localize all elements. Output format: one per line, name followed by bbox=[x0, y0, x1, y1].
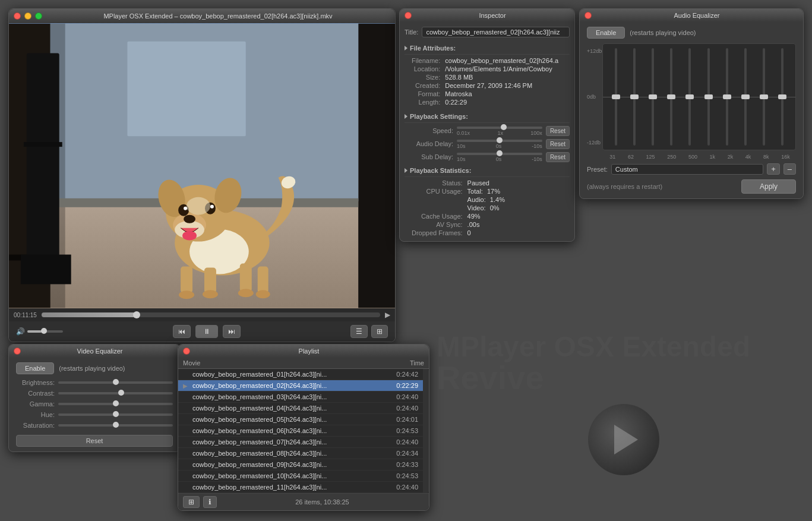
playlist-item[interactable]: cowboy_bebop_remastered_08[h264.ac3][ni.… bbox=[178, 448, 423, 459]
gamma-row: Gamma: bbox=[16, 400, 173, 408]
eq-band-7 bbox=[722, 48, 732, 146]
eq-band-6-thumb[interactable] bbox=[704, 94, 713, 99]
progress-track[interactable] bbox=[42, 312, 380, 317]
gamma-track[interactable] bbox=[58, 403, 173, 405]
eq-band-9-track[interactable] bbox=[763, 48, 765, 146]
preset-input[interactable] bbox=[611, 164, 763, 175]
playlist-title: Playlist bbox=[194, 348, 424, 355]
playlist-item[interactable]: cowboy_bebop_remastered_07[h264.ac3][ni.… bbox=[178, 437, 423, 448]
eq-band-1-track[interactable] bbox=[615, 48, 617, 146]
volume-slider[interactable] bbox=[27, 330, 63, 333]
eq-band-6 bbox=[703, 48, 714, 146]
playlist-item[interactable]: cowboy_bebop_remastered_05[h264.ac3][ni.… bbox=[178, 414, 423, 425]
playlist-item[interactable]: cowboy_bebop_remastered_01[h264.ac3][ni.… bbox=[178, 369, 423, 380]
brightness-track[interactable] bbox=[58, 381, 173, 384]
speed-track[interactable] bbox=[457, 127, 542, 129]
contrast-row: Contrast: bbox=[16, 390, 173, 397]
inspector-panel: Inspector Title: cowboy_bebop_remastered… bbox=[399, 8, 575, 242]
playlist-item-name: cowboy_bebop_remastered_09[h264.ac3][ni.… bbox=[192, 461, 388, 468]
playlist-body: cowboy_bebop_remastered_01[h264.ac3][ni.… bbox=[178, 369, 429, 493]
maximize-button[interactable] bbox=[35, 12, 42, 20]
audio-eq-title: Audio Equalizer bbox=[595, 12, 798, 19]
playlist-item[interactable]: cowboy_bebop_remastered_11[h264.ac3][ni.… bbox=[178, 482, 423, 493]
volume-thumb[interactable] bbox=[41, 328, 47, 334]
preset-add-button[interactable]: + bbox=[767, 163, 780, 175]
eq-band-5-track[interactable] bbox=[688, 48, 691, 146]
eq-band-10-track[interactable] bbox=[781, 48, 783, 146]
hue-track[interactable] bbox=[58, 413, 173, 416]
playlist-item[interactable]: cowboy_bebop_remastered_03[h264.ac3][ni.… bbox=[178, 391, 423, 403]
audio-delay-thumb[interactable] bbox=[497, 137, 503, 143]
sub-delay-reset-button[interactable]: Reset bbox=[546, 152, 570, 162]
playlist-item[interactable]: cowboy_bebop_remastered_04[h264.ac3][ni.… bbox=[178, 403, 423, 414]
eq-band-6-track[interactable] bbox=[707, 48, 710, 146]
apply-button[interactable]: Apply bbox=[741, 179, 796, 194]
section-triangle-icon bbox=[405, 46, 407, 50]
eq-band-7-track[interactable] bbox=[726, 48, 728, 146]
playlist-scrollbar[interactable] bbox=[423, 369, 429, 493]
audio-delay-track[interactable] bbox=[457, 140, 542, 142]
playlist-item-time: 0:24:40 bbox=[388, 484, 418, 491]
eq-band-4-thumb[interactable] bbox=[667, 94, 675, 99]
eq-band-3-thumb[interactable] bbox=[649, 94, 657, 99]
eq-band-8-track[interactable] bbox=[744, 48, 747, 146]
cache-val: 49% bbox=[467, 213, 570, 220]
eq-band-2-track[interactable] bbox=[633, 48, 636, 146]
close-button[interactable] bbox=[14, 12, 21, 20]
sub-delay-track[interactable] bbox=[457, 153, 542, 155]
speed-thumb[interactable] bbox=[501, 124, 507, 130]
brightness-thumb[interactable] bbox=[113, 379, 119, 385]
title-value[interactable]: cowboy_bebop_remastered_02[h264.ac3][nii… bbox=[422, 27, 570, 37]
eq-band-4-track[interactable] bbox=[670, 48, 672, 146]
dropped-val: 0 bbox=[467, 229, 570, 236]
contrast-track[interactable] bbox=[58, 392, 173, 394]
hue-thumb[interactable] bbox=[113, 411, 119, 417]
format-val: Matroska bbox=[445, 90, 570, 97]
inspector-close-button[interactable] bbox=[405, 12, 412, 19]
video-area[interactable] bbox=[9, 23, 395, 308]
contrast-thumb[interactable] bbox=[118, 390, 124, 396]
eq-band-7-thumb[interactable] bbox=[723, 94, 731, 99]
rewind-button[interactable]: ⏮ bbox=[173, 325, 191, 338]
playlist-add-button[interactable]: ⊞ bbox=[183, 496, 200, 508]
eq-band-2-thumb[interactable] bbox=[630, 94, 639, 99]
audio-eq-close-button[interactable] bbox=[584, 12, 592, 19]
saturation-track[interactable] bbox=[58, 424, 173, 427]
forward-button[interactable]: ⏭ bbox=[223, 325, 241, 338]
eq-band-3-track[interactable] bbox=[652, 48, 654, 146]
play-pause-button[interactable]: ⏸ bbox=[195, 325, 218, 338]
playlist-footer: ⊞ ℹ 26 items, 10:38:25 bbox=[178, 493, 429, 510]
playlist-close-button[interactable] bbox=[183, 348, 190, 355]
playlist-item[interactable]: cowboy_bebop_remastered_06[h264.ac3][ni.… bbox=[178, 425, 423, 437]
veq-enable-button[interactable]: Enable bbox=[16, 362, 54, 374]
sub-delay-thumb[interactable] bbox=[497, 150, 503, 156]
progress-thumb[interactable] bbox=[133, 311, 140, 318]
eq-band-8-thumb[interactable] bbox=[741, 94, 750, 99]
playlist-item-time: 0:24:01 bbox=[388, 416, 418, 423]
minimize-button[interactable] bbox=[24, 12, 31, 20]
playlist-item[interactable]: ▶ cowboy_bebop_remastered_02[h264.ac3][n… bbox=[178, 380, 423, 391]
eq-band-5-thumb[interactable] bbox=[685, 94, 694, 99]
playlist-item-name: cowboy_bebop_remastered_01[h264.ac3][ni.… bbox=[192, 371, 388, 378]
playlist-item[interactable]: cowboy_bebop_remastered_10[h264.ac3][ni.… bbox=[178, 471, 423, 482]
preset-remove-button[interactable]: – bbox=[783, 163, 796, 175]
audio-delay-reset-button[interactable]: Reset bbox=[546, 139, 570, 149]
saturation-thumb[interactable] bbox=[113, 422, 119, 428]
db-min-label: -12db bbox=[587, 140, 601, 146]
eq-enable-button[interactable]: Enable bbox=[587, 27, 625, 39]
eq-band-1-thumb[interactable] bbox=[612, 94, 620, 99]
eq-band-3 bbox=[647, 48, 658, 146]
playlist-info-button[interactable]: ℹ bbox=[203, 496, 217, 508]
video-eq-close-button[interactable] bbox=[14, 348, 21, 355]
speed-reset-button[interactable]: Reset bbox=[546, 126, 570, 136]
settings-button[interactable]: ⊞ bbox=[371, 325, 388, 338]
eq-band-10-thumb[interactable] bbox=[778, 94, 786, 99]
audio-eq-titlebar: Audio Equalizer bbox=[580, 9, 803, 22]
veq-reset-button[interactable]: Reset bbox=[16, 435, 173, 447]
playlist-item[interactable]: cowboy_bebop_remastered_09[h264.ac3][ni.… bbox=[178, 459, 423, 471]
audio-delay-min: 10s bbox=[457, 143, 466, 149]
eq-band-9-thumb[interactable] bbox=[760, 94, 768, 99]
gamma-thumb[interactable] bbox=[113, 400, 119, 406]
playlist-toggle-button[interactable]: ☰ bbox=[350, 325, 368, 338]
inspector-titlebar: Inspector bbox=[400, 9, 574, 22]
